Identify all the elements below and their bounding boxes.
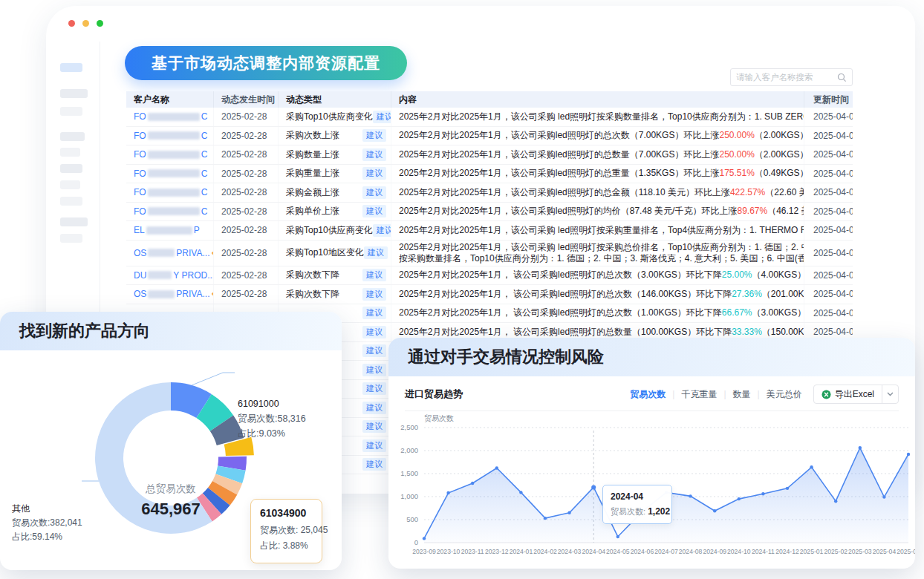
y-tick-label: 1,500 [400,469,418,477]
customer-name-link[interactable]: FO [134,131,146,141]
tab-trade-count[interactable]: 贸易次数 [630,388,666,401]
customer-name-link[interactable]: C [201,169,208,179]
data-point[interactable] [423,537,426,540]
data-point[interactable] [567,511,570,514]
tab-usd-total[interactable]: 美元总价 [767,388,802,401]
data-point[interactable] [859,446,862,449]
data-point[interactable] [689,494,692,497]
suggestion-badge[interactable]: 建议 [362,458,386,471]
data-point[interactable] [713,509,716,512]
data-point[interactable] [907,453,910,456]
data-point[interactable] [591,485,596,489]
sidebar-item-placeholder[interactable] [60,89,88,98]
data-point[interactable] [495,466,498,469]
data-point[interactable] [519,491,522,494]
customer-name-link[interactable]: FO [134,206,146,217]
y-tick-label: 500 [406,515,418,523]
data-point[interactable] [544,517,547,520]
suggestion-badge[interactable]: 建议 [362,148,386,161]
update-time-cell: 2025-04-01 [804,165,853,183]
suggestion-badge[interactable]: 建议 [362,402,386,414]
customer-name-link[interactable]: C [201,206,208,217]
data-point[interactable] [882,495,885,498]
data-point[interactable] [616,535,619,538]
customer-name-link[interactable]: DU [134,270,146,281]
table-header: 客户名称 动态发生时间 动态类型 内容 更新时间 [126,91,853,108]
suggestion-badge[interactable]: 建议 [362,364,386,376]
event-type-cell: 采购Top10地区变化建议 [279,241,391,266]
sidebar-item-placeholder[interactable] [60,217,88,226]
update-time-cell: 2025-04-01 [804,241,853,266]
suggestion-badge[interactable]: 建议 [362,420,386,433]
customer-name-link[interactable]: FO [134,169,146,179]
suggestion-badge[interactable]: 建议 [362,167,386,180]
tab-quantity[interactable]: 数量 [733,388,751,401]
customer-name-link[interactable]: OS [134,289,146,299]
suggestion-badge[interactable]: 建议 [362,382,386,395]
x-tick-label: 2024-05 [606,548,630,555]
sidebar-item-placeholder[interactable] [60,234,82,243]
window-close-button[interactable] [68,20,75,27]
sidebar-item-placeholder[interactable] [60,164,82,173]
customer-name-link[interactable]: C [201,149,208,160]
export-dropdown-toggle[interactable] [882,385,898,403]
suggestion-badge[interactable]: 建议 [362,439,386,452]
sidebar-item-placeholder[interactable] [60,107,82,116]
donut-tooltip: 61034900 贸易次数: 25,045 占比: 3.88% [250,499,322,563]
export-excel-button[interactable]: 导出Excel [813,385,899,404]
data-point[interactable] [761,492,764,495]
suggestion-badge[interactable]: 建议 [362,205,386,217]
x-tick-label: 2024-03 [558,548,582,555]
donut-center-total: 总贸易次数 645,967 [141,482,201,519]
content-cell: 2025年2月对比2025年1月，该公司采购led照明灯的总次数（7.00KGS… [391,127,804,145]
customer-name-link[interactable]: P [194,225,200,235]
customer-name-link[interactable]: C [201,187,208,197]
suggestion-badge[interactable]: 建议 [373,224,391,237]
event-date-cell: 2025-02-28 [214,203,279,221]
customer-name-cell: ELP [126,221,214,240]
window-minimize-button[interactable] [82,20,89,27]
sidebar-item-placeholder[interactable] [60,197,82,206]
data-point[interactable] [786,487,789,490]
customer-name-link[interactable]: PRIVA... [176,248,209,258]
data-point[interactable] [446,491,449,494]
suggestion-badge[interactable]: 建议 [362,326,386,338]
data-point[interactable] [834,500,837,503]
event-date-cell: 2025-02-28 [214,221,279,240]
x-tick-label: 2023-12 [485,548,509,555]
customer-name-link[interactable]: FO [134,149,146,160]
customer-name-link[interactable]: Y PROD... [173,270,214,281]
data-point[interactable] [471,482,474,485]
y-axis-title: 贸易次数 [424,414,454,422]
suggestion-badge[interactable]: 建议 [362,344,386,357]
customer-name-link[interactable]: OS [134,248,146,258]
search-input[interactable] [736,73,837,82]
sidebar-item-placeholder[interactable] [60,180,80,189]
tab-kg-weight[interactable]: 千克重量 [681,388,717,401]
table-row: ELP2025-02-28采购Top10供应商变化建议2025年2月对比2025… [126,221,853,241]
suggestion-badge[interactable]: 建议 [364,246,388,259]
table-row: FOC2025-02-28采购金额上涨建议2025年2月对比2025年1月，该公… [126,183,853,203]
suggestion-badge[interactable]: 建议 [362,186,386,199]
customer-name-link[interactable]: C [201,131,208,141]
suggestion-badge[interactable]: 建议 [362,288,386,301]
x-tick-label: 2024-02 [533,548,557,555]
suggestion-badge[interactable]: 建议 [362,129,386,142]
customer-name-link[interactable]: FO [134,187,146,197]
customer-name-link[interactable]: PRIVA... [176,289,209,299]
suggestion-badge[interactable]: 建议 [373,111,391,123]
sidebar-item-placeholder[interactable] [60,148,80,157]
window-maximize-button[interactable] [97,20,103,27]
sidebar-item-placeholder[interactable] [60,132,85,141]
col-header-update: 更新时间 [804,91,853,108]
suggestion-badge[interactable]: 建议 [362,307,386,319]
data-point[interactable] [738,497,741,500]
x-tick-label: 2025-04 [873,548,897,555]
customer-name-link[interactable]: EL [134,225,145,235]
sidebar-item-placeholder[interactable] [60,63,82,72]
customer-name-link[interactable]: FO [134,111,146,122]
customer-search-box[interactable] [730,68,853,86]
suggestion-badge[interactable]: 建议 [362,269,386,281]
data-point[interactable] [810,465,813,468]
customer-name-link[interactable]: C [201,111,208,122]
